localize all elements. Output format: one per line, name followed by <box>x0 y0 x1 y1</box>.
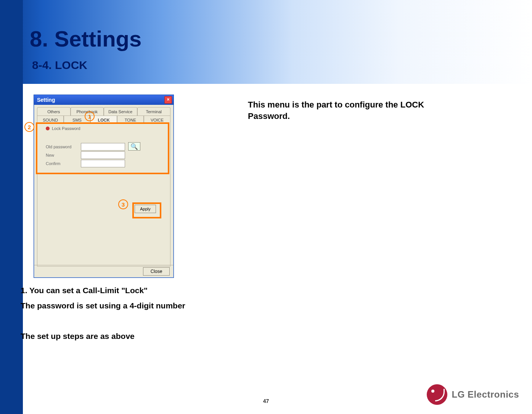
caption-line-2: The password is set using a 4-digit numb… <box>21 301 185 310</box>
label-confirm-password: Confirm <box>46 161 76 166</box>
apply-button[interactable]: Apply <box>135 205 156 213</box>
window-title: Setting <box>37 97 55 103</box>
section-header: Lock Password <box>46 126 80 131</box>
window-footer: Close <box>34 265 174 278</box>
close-button[interactable]: Close <box>143 267 170 276</box>
window-titlebar: Setting × <box>34 95 174 105</box>
bullet-icon <box>46 127 50 130</box>
lg-logo-text: LG Electronics <box>452 389 519 400</box>
caption-line-1: 1. You can set a Call-Limit "Lock" <box>21 286 148 295</box>
label-new-password: New <box>46 153 76 157</box>
input-old-password[interactable] <box>81 143 125 151</box>
page-subtitle: 8-4. LOCK <box>32 59 87 72</box>
tab-data-service[interactable]: Data Service <box>104 107 137 116</box>
tab-pane-lock: Lock Password Old password 🔍 New Confirm… <box>37 124 170 266</box>
tab-terminal[interactable]: Terminal <box>137 107 171 116</box>
caption-line-3: The set up steps are as above <box>21 332 135 341</box>
callout-2: 2 <box>24 122 34 132</box>
setting-window: Setting × Others Phonebook Data Service … <box>34 95 174 278</box>
lg-logo-icon <box>427 384 447 405</box>
lg-logo: LG Electronics <box>427 384 519 405</box>
section-label: Lock Password <box>52 126 80 131</box>
page-title: 8. Settings <box>30 26 141 51</box>
reveal-button[interactable]: 🔍 <box>128 142 140 151</box>
magnifier-icon: 🔍 <box>130 143 138 150</box>
tab-others[interactable]: Others <box>37 107 71 116</box>
description-text: This menu is the part to configure the L… <box>248 99 446 122</box>
input-new-password[interactable] <box>81 151 125 159</box>
left-stripe <box>0 0 23 414</box>
callout-1: 1 <box>85 111 95 121</box>
tab-strip: Others Phonebook Data Service Terminal S… <box>37 107 170 124</box>
close-icon[interactable]: × <box>164 96 172 104</box>
input-confirm-password[interactable] <box>81 160 125 167</box>
label-old-password: Old password <box>46 144 76 149</box>
callout-3: 3 <box>118 199 128 209</box>
